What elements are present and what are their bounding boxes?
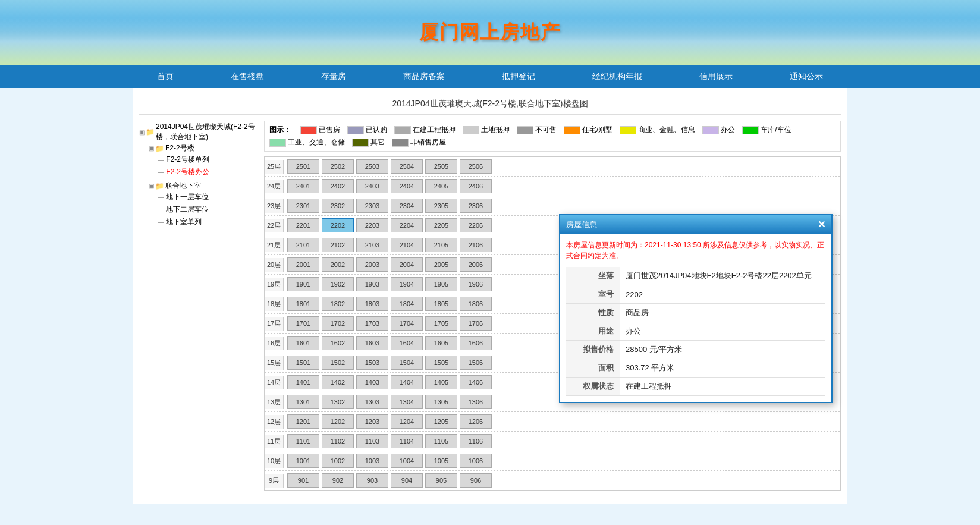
nav-item-商品房备案[interactable]: 商品房备案 bbox=[375, 65, 473, 88]
unit-cell[interactable]: 1001 bbox=[287, 454, 319, 468]
tree-node-f22-single[interactable]: — F2-2号楼单列 bbox=[158, 153, 258, 166]
unit-cell[interactable]: 1106 bbox=[460, 434, 492, 448]
tree-node-f22-office[interactable]: — F2-2号楼办公 bbox=[158, 166, 258, 178]
unit-cell[interactable]: 1906 bbox=[460, 277, 492, 291]
unit-cell[interactable]: 2404 bbox=[391, 179, 423, 193]
unit-cell[interactable]: 1605 bbox=[425, 336, 457, 350]
unit-cell[interactable]: 2106 bbox=[460, 238, 492, 252]
unit-cell[interactable]: 1405 bbox=[425, 375, 457, 389]
unit-cell[interactable]: 2004 bbox=[391, 257, 423, 272]
unit-cell[interactable]: 906 bbox=[460, 473, 492, 488]
unit-cell[interactable]: 2505 bbox=[425, 159, 457, 174]
unit-cell[interactable]: 1803 bbox=[356, 297, 388, 311]
unit-cell[interactable]: 904 bbox=[391, 473, 423, 488]
unit-cell[interactable]: 1501 bbox=[287, 356, 319, 370]
unit-cell[interactable]: 1805 bbox=[425, 297, 457, 311]
unit-cell[interactable]: 2103 bbox=[356, 238, 388, 252]
unit-cell[interactable]: 1503 bbox=[356, 356, 388, 370]
unit-cell[interactable]: 2303 bbox=[356, 199, 388, 213]
unit-cell[interactable]: 1205 bbox=[425, 414, 457, 429]
unit-cell[interactable]: 2304 bbox=[391, 199, 423, 213]
unit-cell[interactable]: 2005 bbox=[425, 257, 457, 272]
tree-node-b-single[interactable]: — 地下室单列 bbox=[158, 216, 258, 228]
unit-cell[interactable]: 1901 bbox=[287, 277, 319, 291]
unit-cell[interactable]: 2301 bbox=[287, 199, 319, 213]
unit-cell[interactable]: 901 bbox=[287, 473, 319, 488]
unit-cell[interactable]: 1802 bbox=[322, 297, 354, 311]
unit-cell[interactable]: 2402 bbox=[322, 179, 354, 193]
unit-cell[interactable]: 2206 bbox=[460, 218, 492, 232]
unit-cell[interactable]: 1903 bbox=[356, 277, 388, 291]
nav-item-存量房[interactable]: 存量房 bbox=[293, 65, 375, 88]
unit-cell[interactable]: 1902 bbox=[322, 277, 354, 291]
tree-root-label[interactable]: ▣ 📁 2014JP04世茂璀璨天城(F2-2号楼，联合地下室) bbox=[139, 122, 258, 142]
unit-cell[interactable]: 2104 bbox=[391, 238, 423, 252]
unit-cell[interactable]: 2405 bbox=[425, 179, 457, 193]
unit-cell[interactable]: 2102 bbox=[322, 238, 354, 252]
unit-cell[interactable]: 1704 bbox=[391, 316, 423, 331]
unit-cell[interactable]: 1306 bbox=[460, 395, 492, 409]
unit-cell[interactable]: 2501 bbox=[287, 159, 319, 174]
unit-cell[interactable]: 1403 bbox=[356, 375, 388, 389]
unit-cell[interactable]: 2203 bbox=[356, 218, 388, 232]
unit-cell[interactable]: 1103 bbox=[356, 434, 388, 448]
unit-cell[interactable]: 1002 bbox=[322, 454, 354, 468]
unit-cell[interactable]: 1401 bbox=[287, 375, 319, 389]
unit-cell[interactable]: 1402 bbox=[322, 375, 354, 389]
nav-item-通知公示[interactable]: 通知公示 bbox=[761, 65, 852, 88]
unit-cell[interactable]: 1202 bbox=[322, 414, 354, 429]
unit-cell[interactable]: 2403 bbox=[356, 179, 388, 193]
unit-cell[interactable]: 1604 bbox=[391, 336, 423, 350]
unit-cell[interactable]: 1702 bbox=[322, 316, 354, 331]
unit-cell[interactable]: 1305 bbox=[425, 395, 457, 409]
nav-item-在售楼盘[interactable]: 在售楼盘 bbox=[202, 65, 293, 88]
unit-cell[interactable]: 2205 bbox=[425, 218, 457, 232]
tree-node-b1[interactable]: — 地下一层车位 bbox=[158, 191, 258, 203]
nav-item-首页[interactable]: 首页 bbox=[128, 65, 202, 88]
unit-cell[interactable]: 903 bbox=[356, 473, 388, 488]
nav-item-抵押登记[interactable]: 抵押登记 bbox=[473, 65, 564, 88]
unit-cell[interactable]: 1404 bbox=[391, 375, 423, 389]
unit-cell[interactable]: 2302 bbox=[322, 199, 354, 213]
unit-cell[interactable]: 1603 bbox=[356, 336, 388, 350]
unit-cell[interactable]: 2401 bbox=[287, 179, 319, 193]
unit-cell[interactable]: 1003 bbox=[356, 454, 388, 468]
unit-cell[interactable]: 1101 bbox=[287, 434, 319, 448]
unit-cell[interactable]: 1801 bbox=[287, 297, 319, 311]
unit-cell[interactable]: 2202 bbox=[322, 218, 354, 232]
unit-cell[interactable]: 1703 bbox=[356, 316, 388, 331]
unit-cell[interactable]: 2503 bbox=[356, 159, 388, 174]
unit-cell[interactable]: 1602 bbox=[322, 336, 354, 350]
unit-cell[interactable]: 2003 bbox=[356, 257, 388, 272]
unit-cell[interactable]: 902 bbox=[322, 473, 354, 488]
unit-cell[interactable]: 1504 bbox=[391, 356, 423, 370]
unit-cell[interactable]: 2101 bbox=[287, 238, 319, 252]
unit-cell[interactable]: 1701 bbox=[287, 316, 319, 331]
unit-cell[interactable]: 1606 bbox=[460, 336, 492, 350]
unit-cell[interactable]: 2305 bbox=[425, 199, 457, 213]
unit-cell[interactable]: 1304 bbox=[391, 395, 423, 409]
unit-cell[interactable]: 2201 bbox=[287, 218, 319, 232]
unit-cell[interactable]: 1005 bbox=[425, 454, 457, 468]
unit-cell[interactable]: 905 bbox=[425, 473, 457, 488]
unit-cell[interactable]: 1302 bbox=[322, 395, 354, 409]
unit-cell[interactable]: 1004 bbox=[391, 454, 423, 468]
unit-cell[interactable]: 1206 bbox=[460, 414, 492, 429]
unit-cell[interactable]: 2204 bbox=[391, 218, 423, 232]
unit-cell[interactable]: 1406 bbox=[460, 375, 492, 389]
unit-cell[interactable]: 1201 bbox=[287, 414, 319, 429]
unit-cell[interactable]: 2504 bbox=[391, 159, 423, 174]
unit-cell[interactable]: 2006 bbox=[460, 257, 492, 272]
unit-cell[interactable]: 1706 bbox=[460, 316, 492, 331]
unit-cell[interactable]: 2002 bbox=[322, 257, 354, 272]
unit-cell[interactable]: 2001 bbox=[287, 257, 319, 272]
popup-close-button[interactable]: ✕ bbox=[818, 219, 825, 230]
tree-node-b2[interactable]: — 地下二层车位 bbox=[158, 203, 258, 216]
unit-cell[interactable]: 2506 bbox=[460, 159, 492, 174]
unit-cell[interactable]: 1506 bbox=[460, 356, 492, 370]
unit-cell[interactable]: 1303 bbox=[356, 395, 388, 409]
unit-cell[interactable]: 1804 bbox=[391, 297, 423, 311]
unit-cell[interactable]: 1905 bbox=[425, 277, 457, 291]
unit-cell[interactable]: 1102 bbox=[322, 434, 354, 448]
unit-cell[interactable]: 1105 bbox=[425, 434, 457, 448]
